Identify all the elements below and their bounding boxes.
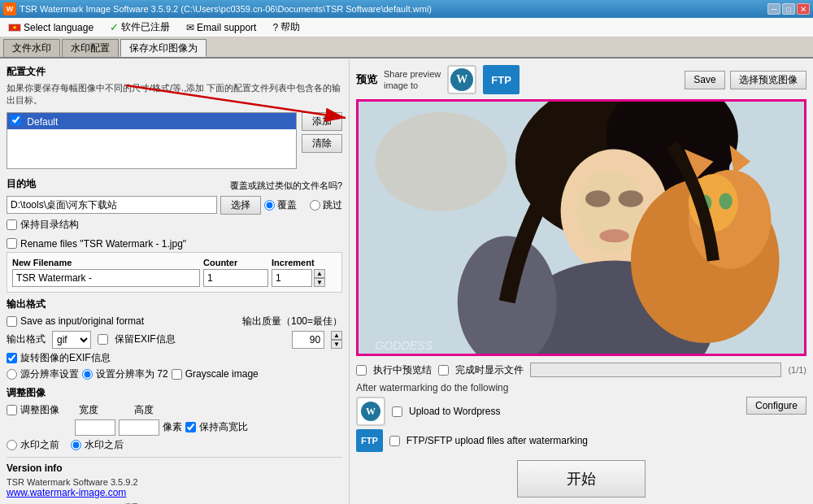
menu-email[interactable]: ✉ Email support — [181, 20, 261, 35]
width-input[interactable] — [75, 419, 115, 436]
share-section: Share preview image to W FTP — [384, 65, 520, 94]
tab-watermark-config[interactable]: 水印配置 — [62, 39, 119, 57]
dest-path-input[interactable] — [7, 196, 217, 214]
watermark-after-radio[interactable] — [71, 440, 81, 450]
rotate-exif-checkbox[interactable] — [7, 353, 17, 363]
left-panel: 配置文件 如果你要保存每幅图像中不同的尺寸/格式/等.,添加 下面的配置文件列表… — [0, 59, 350, 504]
preview-header: 预览 Share preview image to W FTP Save 选择预… — [356, 65, 806, 94]
menu-bar: ★ Select language ✓ 软件已注册 ✉ Email suppor… — [0, 18, 813, 37]
rotate-exif-row: 旋转图像的EXIF信息 — [7, 351, 342, 365]
filename-inputs: ▲ ▼ — [12, 269, 337, 287]
skip-radio[interactable]: 跳过 — [310, 198, 342, 212]
quality-input[interactable] — [292, 331, 324, 349]
svg-point-11 — [599, 229, 629, 242]
wordpress-row: W Upload to Wordpress — [356, 397, 740, 426]
config-checkbox[interactable] — [11, 115, 21, 125]
quality-spinner: ▲ ▼ — [331, 331, 342, 349]
clear-config-button[interactable]: 清除 — [302, 134, 342, 153]
grayscale-checkbox[interactable] — [172, 369, 182, 380]
title-bar-text: TSR Watermark Image Software 3.5.9.2 (C:… — [20, 4, 767, 14]
wordpress-logo: W — [361, 402, 380, 421]
set-resolution-radio[interactable] — [82, 369, 93, 380]
keep-ratio-checkbox[interactable] — [185, 422, 196, 432]
execute-preview-checkbox[interactable] — [356, 365, 367, 376]
app-icon: W — [3, 2, 16, 15]
ftp-label-btn: FTP — [356, 429, 383, 452]
menu-registered[interactable]: ✓ 软件已注册 — [105, 19, 175, 36]
menu-language[interactable]: ★ Select language — [3, 20, 98, 35]
save-as-input-checkbox[interactable] — [7, 316, 17, 327]
after-watermark-content: W Upload to Wordpress FTP FTP/SFTP uploa… — [356, 397, 806, 455]
resize-row: 调整图像 宽度 高度 — [7, 403, 342, 417]
svg-point-3 — [375, 112, 506, 211]
quality-up-button[interactable]: ▲ — [331, 331, 342, 340]
resize-inputs-row: 像素 保持高宽比 — [7, 419, 342, 436]
flag-icon: ★ — [8, 24, 21, 32]
overwrite-label: 覆盖或跳过类似的文件名吗? — [230, 180, 342, 192]
new-filename-input[interactable] — [12, 269, 200, 287]
right-panel: 预览 Share preview image to W FTP Save 选择预… — [350, 59, 813, 504]
keep-structure-checkbox[interactable] — [7, 219, 17, 230]
close-button[interactable]: ✕ — [797, 3, 810, 15]
quality-down-button[interactable]: ▼ — [331, 340, 342, 349]
format-select[interactable]: gif jpg png bmp — [52, 331, 91, 349]
progress-bar — [530, 363, 781, 377]
maximize-button[interactable]: □ — [782, 3, 795, 15]
tab-save-image[interactable]: 保存水印图像为 — [120, 39, 207, 57]
after-watermark-title: After watermarking do the following — [356, 382, 806, 393]
output-format-title: 输出格式 — [7, 298, 342, 311]
preview-controls: Save 选择预览图像 — [685, 71, 806, 89]
wordpress-share-button[interactable]: W — [447, 65, 476, 94]
menu-help[interactable]: ? 帮助 — [267, 19, 305, 36]
email-icon: ✉ — [186, 22, 194, 33]
configure-button[interactable]: Configure — [746, 397, 806, 415]
share-label: Share preview image to — [384, 68, 441, 92]
rename-checkbox[interactable] — [7, 238, 17, 249]
increment-spinner: ▲ ▼ — [314, 269, 325, 287]
watermark-before-radio[interactable] — [7, 440, 17, 450]
config-list[interactable]: Default — [7, 112, 297, 169]
title-bar: W TSR Watermark Image Software 3.5.9.2 (… — [0, 0, 813, 18]
resize-checkbox[interactable] — [7, 405, 17, 415]
config-title: 配置文件 — [7, 65, 342, 79]
resolution-radio[interactable] — [7, 369, 17, 380]
add-config-button[interactable]: 添加 — [302, 112, 342, 131]
progress-text: (1/1) — [788, 365, 806, 375]
config-desc: 如果你要保存每幅图像中不同的尺寸/格式/等.,添加 下面的配置文件列表中包含各的… — [7, 82, 342, 107]
ftp-share-button[interactable]: FTP — [483, 65, 520, 94]
increment-input[interactable] — [272, 269, 312, 287]
svg-text:GODDESS: GODDESS — [375, 339, 433, 352]
keep-structure-row: 保持目录结构 — [7, 218, 342, 232]
keep-exif-checkbox[interactable] — [98, 334, 108, 345]
format-row: 输出格式 gif jpg png bmp 保留EXIF信息 ▲ ▼ — [7, 331, 342, 349]
wordpress-icon: W — [450, 68, 473, 91]
save-preview-button[interactable]: Save — [685, 71, 725, 89]
tab-watermark[interactable]: 文件水印 — [3, 39, 60, 57]
ftp-row: FTP FTP/SFTP upload files after watermar… — [356, 429, 740, 452]
increment-up-button[interactable]: ▲ — [314, 269, 325, 278]
version-url[interactable]: www.watermark-image.com — [7, 487, 342, 498]
tab-bar: 文件水印 水印配置 保存水印图像为 — [0, 37, 813, 59]
svg-point-10 — [619, 190, 643, 206]
resize-section: 调整图像 调整图像 宽度 高度 像素 保持高宽比 水印之前 水印之后 — [7, 386, 342, 452]
preview-title: 预览 — [356, 72, 377, 87]
overwrite-radio[interactable]: 覆盖 — [264, 198, 297, 212]
save-as-input-row: Save as input/original format 输出质量（100=最… — [7, 315, 342, 328]
minimize-button[interactable]: ─ — [767, 3, 780, 15]
resize-title: 调整图像 — [7, 386, 342, 400]
version-info-title: Version info — [7, 463, 342, 474]
increment-down-button[interactable]: ▼ — [314, 278, 325, 287]
wordpress-upload-checkbox[interactable] — [392, 406, 402, 417]
config-default-item[interactable]: Default — [7, 113, 296, 129]
show-files-checkbox[interactable] — [438, 365, 449, 376]
choose-dest-button[interactable]: 选择 — [220, 196, 261, 215]
start-button[interactable]: 开始 — [517, 460, 646, 497]
start-btn-container: 开始 — [356, 460, 806, 497]
filename-section: New Filename Counter Increment ▲ ▼ — [7, 252, 342, 293]
choose-preview-button[interactable]: 选择预览图像 — [730, 71, 806, 89]
counter-input[interactable] — [203, 269, 268, 287]
bottom-actions: 执行中预览结 完成时显示文件 (1/1) — [356, 363, 806, 377]
height-input[interactable] — [119, 419, 159, 436]
ftp-upload-checkbox[interactable] — [389, 436, 400, 446]
main-content: 配置文件 如果你要保存每幅图像中不同的尺寸/格式/等.,添加 下面的配置文件列表… — [0, 59, 813, 504]
